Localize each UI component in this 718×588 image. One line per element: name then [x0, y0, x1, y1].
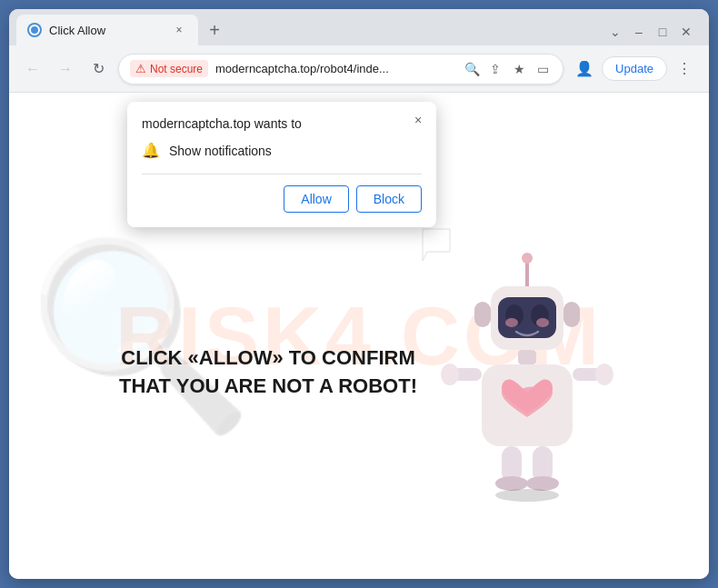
refresh-button[interactable]: ↻ — [85, 56, 111, 82]
page-content: RISK4.COM 🔍 moderncaptcha.top wants to ×… — [9, 93, 709, 579]
browser-window: Click Allow × + ⌄ – □ ✕ ← → ↻ ⚠ Not secu… — [9, 9, 709, 579]
search-icon[interactable]: 🔍 — [463, 60, 481, 78]
menu-icon[interactable]: ⋮ — [671, 55, 698, 83]
tab-title: Click Allow — [49, 24, 164, 37]
update-button[interactable]: Update — [602, 56, 667, 81]
popup-close-button[interactable]: × — [409, 111, 427, 129]
notification-row: 🔔 Show notifications — [142, 142, 422, 159]
url-bar[interactable]: ⚠ Not secure moderncaptcha.top/robot4/in… — [118, 54, 563, 85]
forward-button[interactable]: → — [53, 56, 78, 82]
not-secure-label: Not secure — [150, 63, 203, 75]
warning-icon: ⚠ — [135, 62, 146, 75]
allow-button[interactable]: Allow — [284, 185, 348, 213]
active-tab[interactable]: Click Allow × — [16, 15, 198, 45]
back-button[interactable]: ← — [20, 56, 45, 82]
block-button[interactable]: Block — [356, 185, 422, 213]
window-controls: ⌄ – □ ✕ — [607, 24, 702, 45]
new-tab-button[interactable]: + — [202, 17, 227, 43]
tab-bar: Click Allow × + ⌄ – □ ✕ — [9, 9, 709, 45]
chevron-down-icon[interactable]: ⌄ — [607, 24, 623, 40]
notification-popup: moderncaptcha.top wants to × 🔔 Show noti… — [127, 102, 436, 227]
popup-buttons: Allow Block — [142, 185, 422, 213]
captcha-text: CLICK «ALLOW» TO CONFIRM THAT YOU ARE NO… — [109, 344, 427, 401]
url-text: moderncaptcha.top/robot4/inde... — [215, 62, 455, 75]
url-icons: 🔍 ⇪ ★ ▭ — [463, 60, 552, 78]
notification-text: Show notifications — [169, 144, 272, 158]
minimize-button[interactable]: – — [631, 24, 647, 40]
address-bar: ← → ↻ ⚠ Not secure moderncaptcha.top/rob… — [9, 45, 709, 93]
bookmark-icon[interactable]: ★ — [510, 60, 528, 78]
tab-close-button[interactable]: × — [171, 22, 187, 38]
svg-marker-0 — [423, 229, 450, 261]
not-secure-badge: ⚠ Not secure — [130, 60, 208, 77]
profile-icon[interactable]: 👤 — [571, 55, 598, 83]
maximize-button[interactable]: □ — [654, 24, 671, 40]
split-view-icon[interactable]: ▭ — [534, 60, 552, 78]
bell-icon: 🔔 — [142, 142, 160, 159]
share-icon[interactable]: ⇪ — [486, 60, 504, 78]
tab-favicon — [27, 23, 42, 37]
popup-divider — [142, 174, 422, 174]
toolbar-right: 👤 Update ⋮ — [571, 55, 698, 83]
close-button[interactable]: ✕ — [678, 24, 694, 40]
speech-bubble-tail — [418, 224, 454, 261]
popup-title: moderncaptcha.top wants to — [142, 116, 422, 131]
